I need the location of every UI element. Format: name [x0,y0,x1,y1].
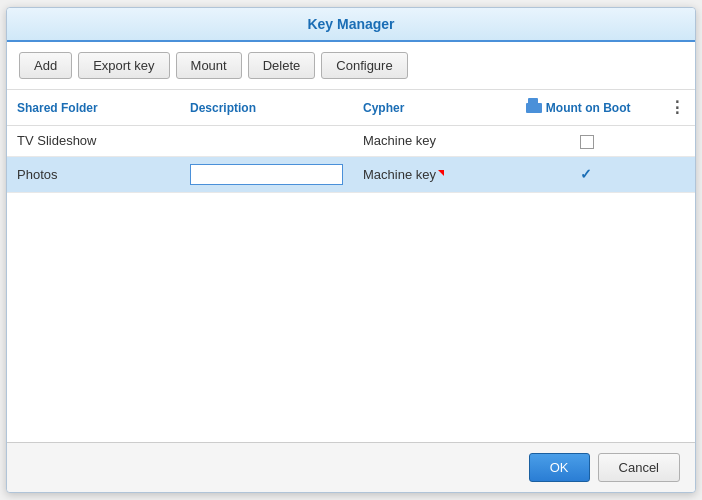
delete-button[interactable]: Delete [248,52,316,79]
ok-button[interactable]: OK [529,453,590,482]
cell-cypher: Machine key [353,156,516,192]
cell-shared-folder: Photos [7,156,180,192]
col-header-description: Description [180,90,353,126]
description-input[interactable] [190,164,343,185]
cell-cypher: Machine key [353,126,516,157]
mount-on-boot-label: Mount on Boot [546,101,631,115]
col-header-shared-folder: Shared Folder [7,90,180,126]
cell-mount-on-boot[interactable] [516,156,658,192]
col-header-mount-on-boot: Mount on Boot [516,90,658,126]
add-button[interactable]: Add [19,52,72,79]
key-table: Shared Folder Description Cypher Mount o… [7,90,695,193]
checkbox-unchecked[interactable] [580,135,594,149]
table-container: Shared Folder Description Cypher Mount o… [7,90,695,442]
cell-description[interactable] [180,156,353,192]
checkbox-checked[interactable] [580,168,594,182]
more-options-icon[interactable]: ⋮ [669,99,685,116]
cell-actions [658,126,695,157]
configure-button[interactable]: Configure [321,52,407,79]
export-key-button[interactable]: Export key [78,52,169,79]
cell-mount-on-boot[interactable] [516,126,658,157]
toolbar: Add Export key Mount Delete Configure [7,42,695,90]
red-corner-indicator [438,170,444,176]
title-bar: Key Manager [7,8,695,42]
table-row[interactable]: TV SlideshowMachine key [7,126,695,157]
col-header-cypher: Cypher [353,90,516,126]
dialog-title: Key Manager [307,16,394,32]
col-header-actions: ⋮ [658,90,695,126]
mount-icon [526,103,542,113]
mount-button[interactable]: Mount [176,52,242,79]
cell-actions [658,156,695,192]
table-row[interactable]: PhotosMachine key [7,156,695,192]
table-body: TV SlideshowMachine keyPhotosMachine key [7,126,695,193]
cell-description [180,126,353,157]
cell-shared-folder: TV Slideshow [7,126,180,157]
table-header-row: Shared Folder Description Cypher Mount o… [7,90,695,126]
footer: OK Cancel [7,442,695,492]
cancel-button[interactable]: Cancel [598,453,680,482]
key-manager-dialog: Key Manager Add Export key Mount Delete … [6,7,696,493]
